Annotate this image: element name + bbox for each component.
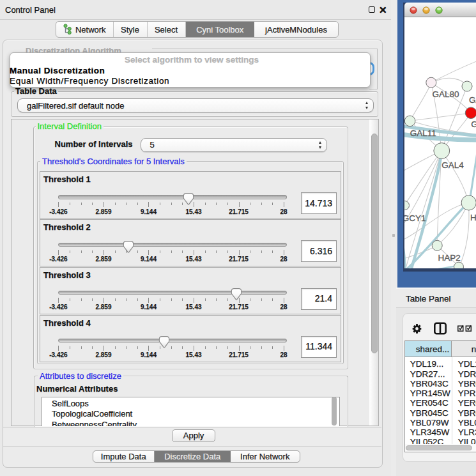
svg-text:HAP2: HAP2 <box>438 253 460 263</box>
svg-text:GAL11: GAL11 <box>410 128 436 138</box>
svg-text:GAL80: GAL80 <box>433 89 459 99</box>
svg-text:G: G <box>471 119 476 129</box>
svg-text:GA: GA <box>469 95 476 105</box>
svg-text:HA: HA <box>470 213 476 222</box>
svg-text:GAL4: GAL4 <box>441 160 464 170</box>
svg-text:GCY1: GCY1 <box>404 213 426 223</box>
